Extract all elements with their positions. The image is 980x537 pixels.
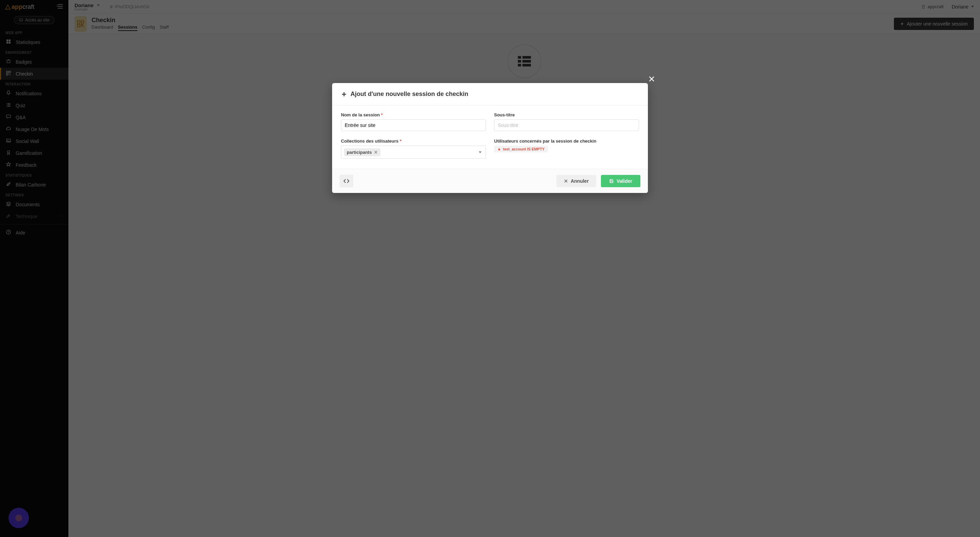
remove-tag-button[interactable]: ✕ — [374, 150, 378, 155]
close-icon — [564, 179, 568, 183]
field-collections: Collections des utilisateurs * participa… — [341, 139, 486, 159]
session-name-input[interactable] — [341, 120, 486, 131]
lock-icon — [498, 147, 501, 151]
field-session-name: Nom de la session * — [341, 112, 486, 131]
cancel-button[interactable]: Annuler — [556, 175, 596, 187]
save-icon — [609, 178, 614, 183]
collection-tag-label: participants — [347, 150, 372, 155]
svg-rect-42 — [498, 149, 500, 150]
modal-header: Ajout d'une nouvelle session de checkin — [332, 83, 648, 105]
save-label: Valider — [617, 178, 632, 184]
modal-title: Ajout d'une nouvelle session de checkin — [350, 91, 468, 98]
svg-rect-43 — [611, 179, 612, 180]
save-button[interactable]: Valider — [601, 175, 640, 187]
caret-down-icon — [479, 151, 482, 153]
subtitle-input[interactable] — [494, 120, 639, 131]
collection-tag: participants ✕ — [344, 148, 380, 156]
collections-label: Collections des utilisateurs * — [341, 139, 486, 143]
add-session-modal: Ajout d'une nouvelle session de checkin … — [332, 83, 648, 193]
code-view-button[interactable] — [340, 175, 353, 188]
code-icon — [343, 178, 350, 183]
field-affected-users: Utilisateurs concernés par la session de… — [494, 139, 639, 159]
modal-body: Nom de la session * Sous-titre Collectio… — [332, 105, 648, 169]
plus-icon — [341, 91, 347, 97]
subtitle-label: Sous-titre — [494, 112, 639, 117]
empty-account-text: test_account IS EMPTY — [503, 147, 544, 151]
affected-users-label: Utilisateurs concernés par la session de… — [494, 139, 639, 143]
collections-multiselect[interactable]: participants ✕ — [341, 146, 486, 159]
empty-account-pill: test_account IS EMPTY — [494, 146, 548, 153]
close-icon — [648, 76, 655, 82]
field-subtitle: Sous-titre — [494, 112, 639, 131]
modal-footer: Annuler Valider — [332, 169, 648, 193]
session-name-label: Nom de la session * — [341, 112, 486, 117]
svg-rect-44 — [611, 182, 612, 183]
modal-close-button[interactable] — [648, 76, 655, 83]
modal-wrap: Ajout d'une nouvelle session de checkin … — [0, 0, 980, 537]
cancel-label: Annuler — [571, 178, 589, 184]
